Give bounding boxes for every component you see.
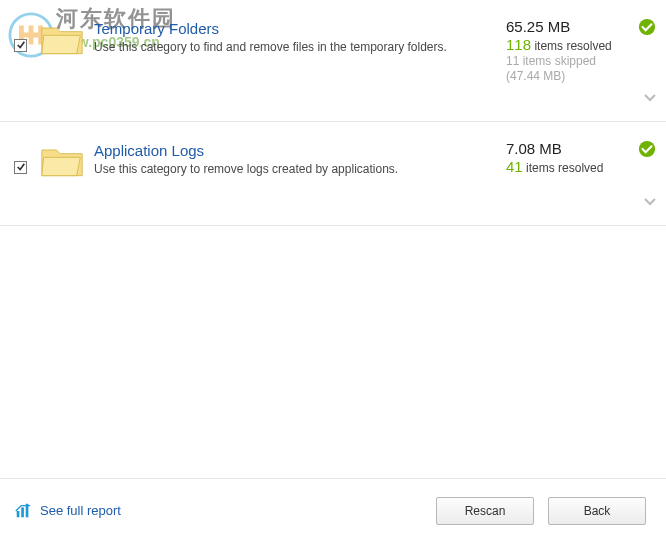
category-title: Application Logs (94, 142, 506, 159)
category-count: 118 (506, 36, 531, 53)
category-skipped: 11 items skipped (506, 54, 626, 68)
category-checkbox[interactable] (14, 39, 27, 52)
svg-point-1 (639, 19, 655, 35)
svg-point-2 (639, 141, 655, 157)
category-list: Temporary Folders Use this category to f… (0, 0, 666, 226)
see-full-report-label: See full report (40, 503, 121, 518)
folder-icon (40, 20, 84, 58)
status-success-icon (638, 18, 656, 36)
category-checkbox[interactable] (14, 161, 27, 174)
status-success-icon (638, 140, 656, 158)
see-full-report-link[interactable]: See full report (14, 502, 121, 520)
expand-toggle[interactable] (644, 90, 656, 105)
back-button[interactable]: Back (548, 497, 646, 525)
folder-icon (40, 142, 84, 180)
category-row: Temporary Folders Use this category to f… (0, 0, 666, 122)
category-row: Application Logs Use this category to re… (0, 122, 666, 226)
category-count-suffix: items resolved (534, 39, 611, 53)
category-size: 7.08 MB (506, 140, 626, 157)
category-size: 65.25 MB (506, 18, 626, 35)
category-title: Temporary Folders (94, 20, 506, 37)
category-count-suffix: items resolved (526, 161, 603, 175)
expand-toggle[interactable] (644, 194, 656, 209)
report-icon (14, 502, 32, 520)
rescan-button[interactable]: Rescan (436, 497, 534, 525)
svg-rect-3 (17, 511, 20, 517)
svg-rect-4 (21, 507, 24, 517)
footer-bar: See full report Rescan Back (0, 478, 666, 542)
category-skipped-size: (47.44 MB) (506, 69, 626, 83)
category-description: Use this category to find and remove fil… (94, 40, 506, 54)
category-count: 41 (506, 158, 523, 175)
category-description: Use this category to remove logs created… (94, 162, 506, 176)
